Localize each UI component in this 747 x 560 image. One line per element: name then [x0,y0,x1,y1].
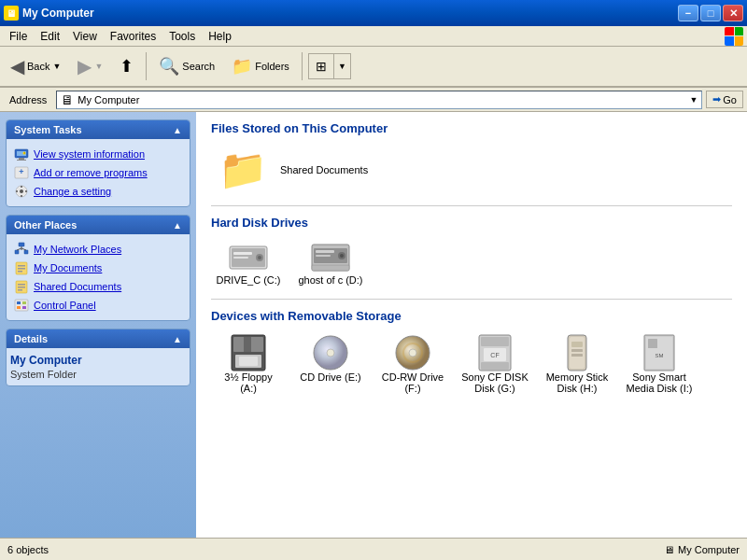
folders-button[interactable]: 📁 Folders [225,52,296,80]
drive-c-item[interactable]: DRIVE_C (C:) [211,237,286,289]
view-system-info-link[interactable]: i View system information [10,145,186,163]
search-icon: 🔍 [159,56,179,77]
svg-rect-44 [316,255,331,257]
search-button[interactable]: 🔍 Search [152,52,221,80]
up-button[interactable]: ⬆ [113,52,140,80]
forward-arrow-icon: ▶ [78,55,92,77]
forward-button[interactable]: ▶ ▼ [71,51,109,81]
change-setting-link[interactable]: Change a setting [10,182,186,201]
menu-view[interactable]: View [67,28,103,45]
svg-rect-32 [22,306,26,309]
drive-d-label: ghost of c (D:) [298,274,362,286]
svg-rect-16 [24,250,28,254]
cd-drive-item[interactable]: CD Drive (E:) [293,330,368,398]
menu-bar: File Edit View Favorites Tools Help [0,26,747,47]
change-setting-icon [14,184,29,199]
svg-line-18 [17,248,21,250]
other-places-chevron: ▲ [173,220,182,231]
up-icon: ⬆ [120,56,134,77]
back-button[interactable]: ◀ Back ▼ [4,51,67,81]
address-bar: Address 🖥 My Computer ▼ ➡ Go [0,88,747,112]
go-button[interactable]: ➡ Go [706,91,743,108]
maximize-button[interactable]: □ [700,5,721,21]
my-network-places-link[interactable]: My Network Places [10,240,186,259]
folders-icon: 📁 [232,56,252,77]
files-section-title: Files Stored on This Computer [211,121,732,135]
title-bar: 🖥 My Computer − □ ✕ [0,0,747,26]
svg-rect-38 [233,257,248,259]
close-button[interactable]: ✕ [723,5,743,21]
svg-rect-45 [312,265,349,271]
other-places-label: Other Places [14,219,77,231]
details-chevron: ▲ [173,334,182,344]
smart-media-label: Sony Smart Media Disk (I:) [626,371,693,394]
svg-rect-28 [15,300,28,311]
shared-documents-item[interactable]: 📁 Shared Documents [211,143,375,196]
sony-cf-item[interactable]: CF Sony CF DISK Disk (G:) [458,330,532,398]
svg-rect-14 [19,243,24,246]
details-subtitle: System Folder [10,369,186,380]
go-label: Go [723,94,737,105]
shared-documents-link[interactable]: Shared Documents [10,277,186,296]
cd-label: CD Drive (E:) [300,371,360,383]
cdrw-item[interactable]: CD-RW Drive (F:) [375,330,450,398]
content-area: Files Stored on This Computer 📁 Shared D… [196,112,747,538]
shared-docs-item-label: Shared Documents [280,164,368,175]
svg-rect-21 [18,265,25,267]
add-remove-programs-link[interactable]: + Add or remove programs [10,163,186,182]
system-tasks-body: i View system information + Add or remov… [7,139,190,206]
address-computer-icon: 🖥 [61,92,74,107]
change-setting-label: Change a setting [34,186,111,197]
memory-stick-item[interactable]: Memory Stick Disk (H:) [540,330,614,398]
other-places-header[interactable]: Other Places ▲ [7,216,190,234]
files-items: 📁 Shared Documents [211,143,732,196]
control-panel-link[interactable]: Control Panel [10,296,186,315]
views-icon: ⊞ [316,59,327,74]
svg-text:CF: CF [490,352,499,358]
app-icon: 🖥 [4,6,19,21]
menu-edit[interactable]: Edit [35,28,65,45]
system-tasks-panel: System Tasks ▲ i View [6,119,190,207]
menu-favorites[interactable]: Favorites [105,28,162,45]
svg-rect-2 [19,158,24,160]
shared-docs-folder-icon: 📁 [218,147,267,192]
svg-rect-58 [481,362,509,370]
svg-rect-25 [18,284,25,286]
my-documents-icon [14,260,29,275]
removable-items: 3½ Floppy (A:) CD Drive (E:) [211,330,732,398]
details-header[interactable]: Details ▲ [7,329,190,348]
forward-dropdown-icon[interactable]: ▼ [94,62,103,71]
view-system-info-icon: i [14,147,29,161]
status-bar: 6 objects 🖥 My Computer [0,538,747,560]
details-body: My Computer System Folder [7,348,190,385]
floppy-item[interactable]: 3½ Floppy (A:) [211,330,286,398]
view-toggle[interactable]: ⊞ ▼ [308,53,351,79]
status-right-text: My Computer [678,544,740,555]
views-dropdown-button[interactable]: ▼ [334,53,351,79]
svg-rect-29 [17,301,21,304]
section-divider-2 [211,299,732,300]
drive-d-item[interactable]: ghost of c (D:) [293,237,368,289]
menu-help[interactable]: Help [203,28,237,45]
views-icon-button[interactable]: ⊞ [308,53,334,79]
minimize-button[interactable]: − [678,5,698,21]
system-tasks-header[interactable]: System Tasks ▲ [7,120,190,139]
cdrw-icon [394,334,431,371]
drive-c-icon [228,241,269,274]
svg-point-42 [340,254,344,258]
drive-d-icon [310,241,351,274]
my-documents-link[interactable]: My Documents [10,259,186,277]
network-label: My Network Places [34,244,121,255]
memory-stick-icon [560,334,594,371]
smart-media-item[interactable]: SM Sony Smart Media Disk (I:) [622,330,697,398]
svg-rect-3 [17,160,26,161]
back-dropdown-icon[interactable]: ▼ [52,62,61,71]
back-arrow-icon: ◀ [10,55,24,77]
menu-file[interactable]: File [4,28,33,45]
floppy-label: 3½ Floppy (A:) [215,371,282,394]
address-dropdown-icon[interactable]: ▼ [689,95,698,105]
system-tasks-label: System Tasks [14,124,82,135]
svg-point-9 [20,189,23,193]
toolbar: ◀ Back ▼ ▶ ▼ ⬆ 🔍 Search 📁 Folders ⊞ ▼ [0,47,747,88]
menu-tools[interactable]: Tools [163,28,201,45]
